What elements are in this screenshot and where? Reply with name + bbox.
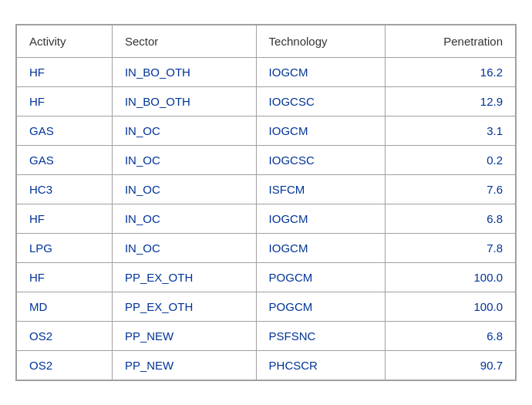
cell-technology: IOGCM: [256, 204, 386, 234]
cell-sector: IN_OC: [112, 146, 256, 175]
table-row: HFIN_BO_OTHIOGCM16.2: [17, 58, 516, 87]
cell-activity: HF: [17, 204, 113, 234]
cell-penetration: 6.8: [386, 322, 516, 351]
cell-sector: IN_OC: [112, 116, 256, 146]
cell-activity: HF: [17, 87, 113, 116]
table-row: LPGIN_OCIOGCM7.8: [17, 234, 516, 263]
cell-penetration: 7.8: [386, 234, 516, 263]
cell-sector: IN_OC: [112, 204, 256, 234]
cell-penetration: 100.0: [386, 292, 516, 322]
cell-penetration: 7.6: [386, 175, 516, 204]
cell-technology: POGCM: [256, 292, 386, 322]
cell-technology: IOGCM: [256, 116, 386, 146]
cell-activity: OS2: [17, 351, 113, 380]
cell-sector: PP_NEW: [112, 322, 256, 351]
cell-activity: GAS: [17, 116, 113, 146]
column-header-penetration: Penetration: [386, 25, 516, 58]
table-row: HFPP_EX_OTHPOGCM100.0: [17, 263, 516, 292]
cell-sector: IN_OC: [112, 175, 256, 204]
cell-technology: ISFCM: [256, 175, 386, 204]
cell-activity: MD: [17, 292, 113, 322]
cell-sector: PP_NEW: [112, 351, 256, 380]
cell-activity: LPG: [17, 234, 113, 263]
cell-penetration: 100.0: [386, 263, 516, 292]
cell-activity: OS2: [17, 322, 113, 351]
cell-penetration: 16.2: [386, 58, 516, 87]
data-table: ActivitySectorTechnologyPenetration HFIN…: [15, 24, 517, 381]
column-header-activity: Activity: [17, 25, 113, 58]
cell-activity: HC3: [17, 175, 113, 204]
table-row: OS2PP_NEWPHCSCR90.7: [17, 351, 516, 380]
cell-technology: PHCSCR: [256, 351, 386, 380]
table-row: OS2PP_NEWPSFSNC6.8: [17, 322, 516, 351]
column-header-technology: Technology: [256, 25, 386, 58]
table-row: HFIN_OCIOGCM6.8: [17, 204, 516, 234]
cell-sector: IN_BO_OTH: [112, 58, 256, 87]
cell-technology: IOGCM: [256, 234, 386, 263]
cell-penetration: 3.1: [386, 116, 516, 146]
cell-penetration: 12.9: [386, 87, 516, 116]
cell-technology: IOGCSC: [256, 146, 386, 175]
cell-sector: IN_OC: [112, 234, 256, 263]
cell-activity: HF: [17, 263, 113, 292]
cell-sector: PP_EX_OTH: [112, 292, 256, 322]
cell-technology: PSFSNC: [256, 322, 386, 351]
cell-sector: IN_BO_OTH: [112, 87, 256, 116]
table-row: MDPP_EX_OTHPOGCM100.0: [17, 292, 516, 322]
cell-technology: IOGCM: [256, 58, 386, 87]
table-row: GASIN_OCIOGCM3.1: [17, 116, 516, 146]
cell-penetration: 0.2: [386, 146, 516, 175]
cell-penetration: 6.8: [386, 204, 516, 234]
table-row: HFIN_BO_OTHIOGCSC12.9: [17, 87, 516, 116]
cell-technology: POGCM: [256, 263, 386, 292]
cell-activity: HF: [17, 58, 113, 87]
cell-activity: GAS: [17, 146, 113, 175]
table-row: HC3IN_OCISFCM7.6: [17, 175, 516, 204]
cell-sector: PP_EX_OTH: [112, 263, 256, 292]
cell-technology: IOGCSC: [256, 87, 386, 116]
column-header-sector: Sector: [112, 25, 256, 58]
table-row: GASIN_OCIOGCSC0.2: [17, 146, 516, 175]
cell-penetration: 90.7: [386, 351, 516, 380]
